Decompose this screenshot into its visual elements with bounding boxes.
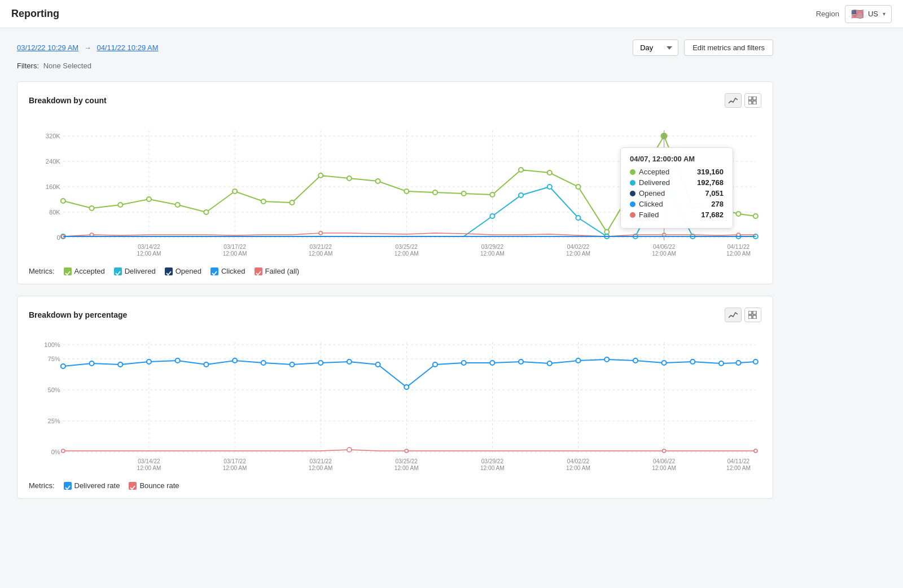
edit-metrics-button[interactable]: Edit metrics and filters: [684, 40, 773, 56]
svg-point-126: [318, 361, 323, 365]
metric-accepted[interactable]: Accepted: [64, 267, 105, 275]
svg-text:04/06/22: 04/06/22: [653, 244, 676, 250]
svg-point-129: [404, 385, 409, 389]
svg-point-42: [204, 210, 208, 214]
svg-point-38: [89, 206, 94, 210]
svg-text:03/25/22: 03/25/22: [396, 244, 418, 250]
svg-rect-2: [748, 101, 752, 104]
svg-point-145: [405, 449, 408, 453]
svg-point-50: [433, 190, 437, 195]
svg-text:04/02/22: 04/02/22: [567, 458, 590, 464]
svg-point-146: [663, 449, 666, 453]
failed-dot: [630, 212, 635, 218]
metric-bounce-rate-label: Bounce rate: [139, 481, 179, 490]
tooltip-clicked-value: 278: [711, 200, 724, 208]
chart2-grid-view-btn[interactable]: [744, 308, 761, 322]
svg-point-56: [604, 230, 609, 234]
metric-delivered-rate-label: Delivered rate: [74, 481, 120, 490]
svg-point-62: [753, 214, 758, 218]
svg-point-133: [519, 359, 523, 364]
filters-row: Filters: None Selected: [17, 62, 773, 70]
svg-text:12:00 AM: 12:00 AM: [726, 465, 751, 471]
svg-text:160K: 160K: [46, 183, 61, 190]
svg-text:75%: 75%: [47, 356, 60, 362]
tooltip-delivered-label: Delivered: [639, 178, 670, 187]
opened-dot: [630, 191, 635, 196]
svg-text:12:00 AM: 12:00 AM: [223, 465, 247, 471]
svg-text:50%: 50%: [47, 387, 60, 393]
chart1-line-view-btn[interactable]: [725, 93, 742, 108]
svg-text:0: 0: [57, 234, 60, 241]
app-title: Reporting: [11, 8, 59, 20]
svg-point-122: [204, 362, 208, 367]
date-filter-row: 03/12/22 10:29 AM → 04/11/22 10:29 AM Da…: [17, 40, 773, 56]
opened-checkbox: [165, 267, 173, 275]
svg-point-124: [261, 361, 266, 365]
svg-text:80K: 80K: [49, 209, 60, 216]
tooltip-accepted-row: Accepted 319,160: [630, 168, 724, 176]
tooltip-accepted-value: 319,160: [697, 168, 724, 176]
svg-text:04/11/22: 04/11/22: [727, 244, 750, 250]
chart2-title: Breakdown by percentage: [29, 310, 127, 319]
svg-point-125: [290, 362, 294, 367]
svg-text:12:00 AM: 12:00 AM: [394, 465, 419, 471]
date-start[interactable]: 03/12/22 10:29 AM: [17, 43, 78, 52]
svg-point-44: [261, 199, 266, 204]
svg-text:100%: 100%: [44, 341, 60, 348]
metric-failed[interactable]: Failed (all): [255, 267, 300, 275]
tooltip-opened-row: Opened 7,051: [630, 189, 724, 198]
filters-label: Filters:: [17, 62, 39, 70]
svg-text:12:00 AM: 12:00 AM: [394, 251, 419, 257]
chart1-title: Breakdown by count: [29, 96, 107, 105]
svg-text:12:00 AM: 12:00 AM: [726, 251, 751, 257]
svg-text:03/14/22: 03/14/22: [138, 244, 160, 250]
svg-point-51: [462, 191, 466, 196]
tooltip-date: 04/07, 12:00:00 AM: [630, 155, 724, 163]
svg-rect-81: [753, 311, 756, 314]
date-arrow: →: [84, 43, 91, 52]
chart2-metrics-label: Metrics:: [29, 481, 55, 490]
accepted-dot: [630, 169, 635, 175]
svg-point-123: [233, 358, 237, 363]
metric-delivered[interactable]: Delivered: [114, 267, 156, 275]
metric-opened[interactable]: Opened: [165, 267, 201, 275]
metric-delivered-rate[interactable]: Delivered rate: [64, 481, 120, 490]
metric-failed-label: Failed (all): [265, 267, 300, 275]
tooltip-clicked-row: Clicked 278: [630, 200, 724, 208]
tooltip-delivered-metric: Delivered: [630, 178, 670, 187]
metric-bounce-rate[interactable]: Bounce rate: [129, 481, 179, 490]
svg-text:03/21/22: 03/21/22: [309, 458, 332, 464]
svg-text:03/14/22: 03/14/22: [138, 458, 160, 464]
svg-point-43: [233, 189, 237, 194]
svg-point-142: [753, 359, 758, 364]
clicked-checkbox: [211, 267, 218, 275]
tooltip-failed-label: Failed: [639, 210, 659, 219]
chart2-svg: 0% 25% 50% 75% 100% 03/14/22 12:00 AM 03…: [29, 328, 761, 475]
svg-text:12:00 AM: 12:00 AM: [480, 465, 505, 471]
chart1-metrics-label: Metrics:: [29, 267, 55, 275]
chart1-grid-view-btn[interactable]: [744, 93, 761, 108]
day-select[interactable]: Day Hour Week Month: [633, 40, 678, 56]
chart2-line-view-btn[interactable]: [725, 308, 742, 322]
svg-point-46: [318, 173, 323, 178]
region-selector[interactable]: 🇺🇸 US ▾: [845, 5, 892, 23]
metric-clicked[interactable]: Clicked: [211, 267, 246, 275]
content-area: 03/12/22 10:29 AM → 04/11/22 10:29 AM Da…: [0, 28, 790, 521]
svg-rect-83: [753, 315, 756, 319]
top-bar: Reporting Region 🇺🇸 US ▾: [0, 0, 903, 28]
svg-text:12:00 AM: 12:00 AM: [566, 465, 590, 471]
svg-point-39: [118, 203, 122, 207]
bounce-rate-checkbox: [129, 482, 137, 490]
clicked-dot: [630, 201, 635, 207]
svg-point-41: [176, 203, 180, 207]
svg-text:12:00 AM: 12:00 AM: [480, 251, 505, 257]
svg-text:03/29/22: 03/29/22: [481, 244, 504, 250]
tooltip-accepted-label: Accepted: [639, 168, 669, 176]
tooltip-clicked-metric: Clicked: [630, 200, 663, 208]
tooltip-failed-row: Failed 17,682: [630, 210, 724, 219]
tooltip-failed-value: 17,682: [701, 210, 724, 219]
chart2-view-icons: [725, 308, 761, 322]
date-end[interactable]: 04/11/22 10:29 AM: [97, 43, 158, 52]
svg-point-135: [576, 358, 580, 363]
tooltip-opened-value: 7,051: [705, 189, 724, 198]
